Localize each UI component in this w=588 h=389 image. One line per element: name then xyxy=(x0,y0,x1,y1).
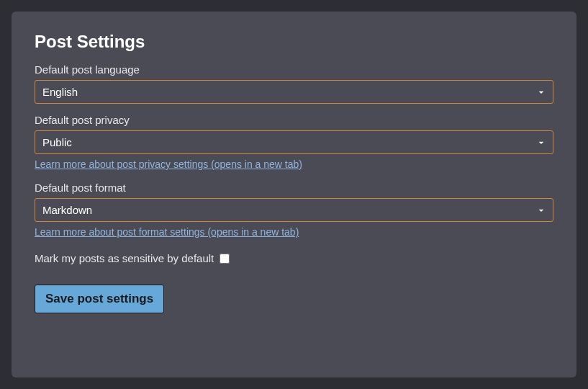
privacy-help-link[interactable]: Learn more about post privacy settings (… xyxy=(35,158,302,170)
language-field: Default post language English xyxy=(35,63,553,104)
post-settings-panel: Post Settings Default post language Engl… xyxy=(12,12,576,377)
sensitive-checkbox[interactable] xyxy=(220,254,230,264)
panel-title: Post Settings xyxy=(35,32,553,52)
format-help-link[interactable]: Learn more about post format settings (o… xyxy=(35,226,299,238)
sensitive-label: Mark my posts as sensitive by default xyxy=(35,252,214,264)
sensitive-row: Mark my posts as sensitive by default xyxy=(35,252,553,264)
format-field: Default post format Markdown Learn more … xyxy=(35,182,553,239)
save-button[interactable]: Save post settings xyxy=(35,285,164,313)
format-select[interactable]: Markdown xyxy=(35,198,553,222)
language-select[interactable]: English xyxy=(35,80,553,104)
privacy-field: Default post privacy Public Learn more a… xyxy=(35,114,553,171)
privacy-select[interactable]: Public xyxy=(35,130,553,154)
privacy-label: Default post privacy xyxy=(35,114,553,126)
language-label: Default post language xyxy=(35,63,553,76)
format-label: Default post format xyxy=(35,182,553,194)
